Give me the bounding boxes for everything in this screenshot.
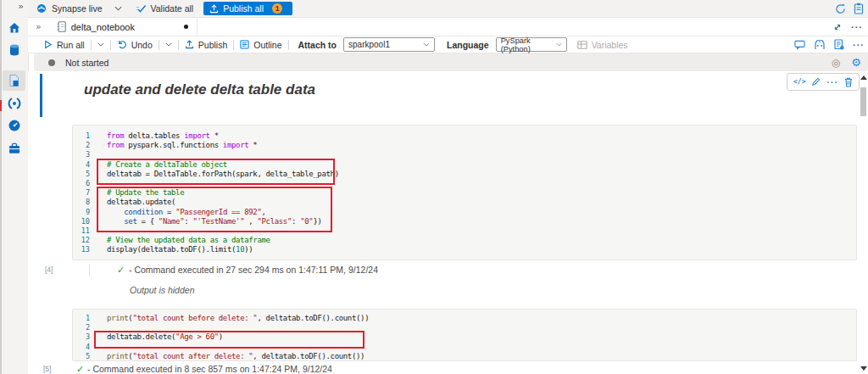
comments-icon[interactable] bbox=[794, 40, 805, 50]
line-number: 2 bbox=[73, 141, 90, 150]
chevron-down-icon[interactable] bbox=[114, 6, 122, 11]
sidebar-item-home[interactable] bbox=[3, 18, 25, 38]
code-line[interactable]: 9 condition = "PassengerId == 892", bbox=[73, 208, 856, 217]
attach-to-value: sparkpool1 bbox=[348, 40, 390, 49]
code-line[interactable]: 10 set = { "Name": "'TestName'" , "Pclas… bbox=[73, 217, 856, 226]
undo-label: Undo bbox=[131, 40, 153, 50]
undo-button[interactable]: Undo bbox=[117, 40, 153, 50]
sidebar-item-data[interactable] bbox=[3, 40, 25, 60]
tab-overflow-chevron-icon[interactable]: » bbox=[36, 21, 42, 32]
sidebar-item-manage[interactable] bbox=[3, 138, 25, 159]
publish-upload-icon bbox=[209, 4, 219, 14]
publish-all-button[interactable]: Publish all 1 bbox=[203, 2, 292, 15]
code-line[interactable]: 2from pyspark.sql.functions import * bbox=[73, 141, 856, 150]
code-text: set = { "Name": "'TestName'" , "Pclass":… bbox=[90, 217, 322, 226]
scrollbar-thumb[interactable] bbox=[860, 87, 866, 116]
code-line[interactable]: 1from delta.tables import * bbox=[73, 131, 856, 141]
select-chevron-icon bbox=[556, 42, 562, 47]
tab-delta-notebook[interactable]: delta_notebook bbox=[48, 18, 198, 36]
code-text bbox=[90, 226, 107, 236]
code-text bbox=[90, 323, 107, 332]
tab-more-actions-icon[interactable]: ··· bbox=[851, 22, 863, 32]
outline-button[interactable]: Outline bbox=[240, 40, 281, 50]
code-line[interactable]: 4 bbox=[73, 343, 856, 352]
sidebar-expand-icon[interactable]: » bbox=[18, 1, 24, 12]
code-line[interactable]: 6 bbox=[73, 179, 856, 188]
code-line[interactable]: 3deltatab.delete("Age > 60") bbox=[73, 332, 856, 342]
line-number: 9 bbox=[73, 208, 90, 217]
undo-icon bbox=[117, 40, 127, 49]
manage-toolbox-icon bbox=[8, 142, 21, 155]
line-number: 3 bbox=[73, 332, 90, 342]
run-options-chevron-icon[interactable] bbox=[97, 42, 104, 47]
database-icon bbox=[8, 43, 21, 57]
code-cell[interactable]: 1print("total count before delete: ", de… bbox=[72, 309, 857, 361]
code-line[interactable]: 4# Create a deltaTable object bbox=[73, 160, 856, 170]
synapse-studio-window: » bbox=[0, 0, 868, 374]
attach-to-select[interactable]: sparkpool1 bbox=[343, 37, 435, 52]
scroll-down-arrow[interactable] bbox=[860, 366, 867, 371]
sidebar-item-monitor[interactable] bbox=[3, 115, 25, 136]
run-all-button[interactable]: Run all bbox=[43, 40, 85, 50]
record-session-icon[interactable]: ◎ bbox=[832, 57, 840, 69]
code-text: condition = "PassengerId == 892", bbox=[90, 208, 266, 217]
code-line[interactable]: 7# Update the table bbox=[73, 188, 856, 198]
output-hidden-note: Output is hidden bbox=[130, 285, 194, 295]
scroll-up-arrow[interactable] bbox=[860, 75, 867, 80]
cell-execution-status: [5] ✓ - Command executed in 8 sec 857 ms… bbox=[28, 363, 859, 374]
code-line[interactable]: 13display(deltatab.toDF().limit(10)) bbox=[73, 245, 856, 254]
code-line[interactable]: 3 bbox=[73, 150, 856, 159]
cell-more-actions-icon[interactable]: ··· bbox=[826, 77, 838, 87]
line-number: 10 bbox=[73, 217, 90, 226]
execution-count: [4] bbox=[45, 265, 53, 274]
expand-pane-icon[interactable] bbox=[833, 23, 842, 31]
session-status-bar: Not started ◎ ⚙ bbox=[34, 53, 868, 71]
code-cell[interactable]: 1from delta.tables import *2from pyspark… bbox=[72, 125, 857, 260]
validate-all-button[interactable]: Validate all bbox=[136, 3, 194, 14]
variables-icon bbox=[577, 41, 587, 49]
run-all-label: Run all bbox=[57, 40, 85, 50]
code-line[interactable]: 8deltatab.update( bbox=[73, 198, 856, 207]
undo-options-chevron-icon[interactable] bbox=[165, 42, 172, 47]
develop-document-icon bbox=[8, 74, 20, 87]
code-text bbox=[90, 179, 107, 188]
code-line[interactable]: 5deltatab = DeltaTable.forPath(spark, de… bbox=[73, 170, 856, 179]
settings-gear-icon[interactable]: ⚙ bbox=[851, 57, 861, 68]
code-view-icon[interactable]: </> bbox=[793, 78, 805, 86]
session-properties-icon[interactable] bbox=[834, 39, 844, 50]
code-text: display(deltatab.toDF().limit(10)) bbox=[90, 245, 253, 254]
notebook-canvas: update and delete delta table data </> ·… bbox=[28, 71, 868, 374]
markdown-cell-title[interactable]: update and delete delta table data bbox=[84, 81, 315, 98]
edit-pencil-icon[interactable] bbox=[811, 77, 821, 87]
code-line[interactable]: 12# View the updated data as a dataframe bbox=[73, 236, 856, 245]
attach-to-label: Attach to bbox=[298, 40, 337, 50]
notebook-icon bbox=[57, 21, 66, 32]
sidebar-item-integrate[interactable] bbox=[3, 93, 25, 114]
configure-session-icon[interactable] bbox=[814, 40, 826, 50]
monitor-gauge-icon bbox=[8, 119, 21, 132]
language-label: Language bbox=[447, 40, 489, 50]
sidebar-item-develop[interactable] bbox=[3, 70, 25, 91]
success-check-icon: ✓ bbox=[76, 364, 84, 374]
code-line[interactable]: 1print("total count before delete: ", de… bbox=[73, 314, 856, 323]
clipboard-icon[interactable] bbox=[854, 3, 864, 14]
delete-trash-icon[interactable] bbox=[844, 77, 853, 87]
code-line[interactable]: 11 bbox=[73, 226, 856, 236]
refresh-icon[interactable] bbox=[835, 3, 846, 14]
code-line[interactable]: 5print("total count after delete: ", del… bbox=[73, 352, 856, 361]
tab-title: delta_notebook bbox=[71, 22, 135, 32]
publish-button[interactable]: Publish bbox=[185, 40, 227, 50]
mode-selector-label[interactable]: Synapse live bbox=[52, 3, 103, 14]
line-number: 4 bbox=[73, 160, 90, 170]
line-number: 8 bbox=[73, 198, 90, 207]
code-text: print("total count before delete: ", del… bbox=[90, 314, 369, 323]
play-icon bbox=[43, 40, 53, 49]
publish-icon bbox=[185, 40, 194, 49]
sidebar-red-marker bbox=[0, 100, 2, 111]
line-number: 2 bbox=[73, 323, 90, 332]
language-select[interactable]: PySpark (Python) bbox=[496, 37, 567, 52]
publish-label: Publish bbox=[198, 40, 227, 50]
status-divider bbox=[89, 264, 90, 276]
toolbar-more-actions-icon[interactable]: ··· bbox=[853, 40, 865, 50]
code-line[interactable]: 2 bbox=[73, 323, 856, 332]
